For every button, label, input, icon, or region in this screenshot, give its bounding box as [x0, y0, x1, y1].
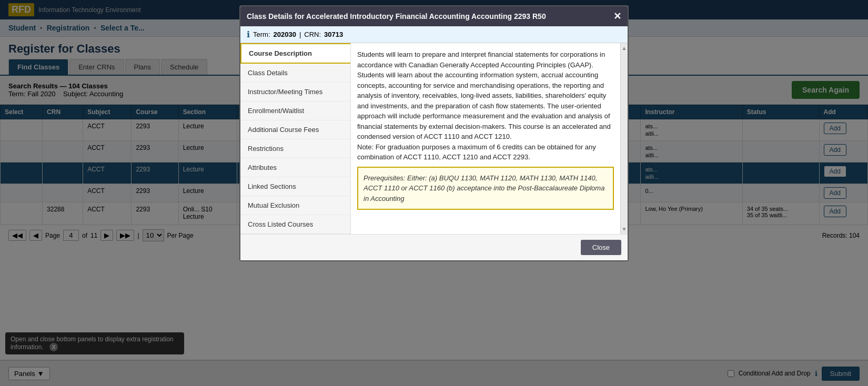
term-label: Term:	[253, 31, 270, 38]
term-value: 202030	[274, 31, 296, 38]
page-background: RFD Information Technology Environment S…	[0, 0, 868, 386]
modal-content-area: Students will learn to prepare and inter…	[351, 43, 620, 234]
modal-close-button[interactable]: ✕	[613, 11, 621, 22]
nav-item-enrollment[interactable]: Enrollment/Waitlist	[240, 101, 350, 120]
nav-item-cross-listed[interactable]: Cross Listed Courses	[240, 215, 350, 234]
nav-item-attributes[interactable]: Attributes	[240, 158, 350, 177]
modal-header: Class Details for Accelerated Introducto…	[240, 6, 628, 26]
course-description-text: Students will learn to prepare and inter…	[357, 49, 614, 162]
modal-nav: Course Description Class Details Instruc…	[240, 43, 351, 234]
modal-info-bar: ℹ Term: 202030 | CRN: 30713	[240, 26, 628, 43]
class-details-modal: Class Details for Accelerated Introducto…	[239, 5, 629, 261]
prerequisites-text: Prerequisites: Either: (a) BUQU 1130, MA…	[364, 174, 604, 202]
prerequisites-box: Prerequisites: Either: (a) BUQU 1130, MA…	[357, 167, 614, 210]
modal-close-footer-button[interactable]: Close	[581, 240, 621, 255]
info-circle-icon: ℹ	[247, 29, 250, 39]
modal-body: Course Description Class Details Instruc…	[240, 43, 628, 234]
nav-item-course-description[interactable]: Course Description	[240, 43, 350, 64]
nav-item-linked-sections[interactable]: Linked Sections	[240, 177, 350, 196]
crn-label: CRN:	[304, 31, 321, 38]
modal-footer: Close	[240, 234, 628, 260]
nav-item-fees[interactable]: Additional Course Fees	[240, 120, 350, 139]
nav-item-class-details[interactable]: Class Details	[240, 64, 350, 83]
modal-overlay: Class Details for Accelerated Introducto…	[0, 0, 868, 386]
nav-item-mutual-exclusion[interactable]: Mutual Exclusion	[240, 196, 350, 215]
scroll-indicator: ▲ ▼	[620, 43, 628, 234]
nav-item-restrictions[interactable]: Restrictions	[240, 139, 350, 158]
nav-item-instructor-meeting[interactable]: Instructor/Meeting Times	[240, 83, 350, 101]
modal-title: Class Details for Accelerated Introducto…	[247, 12, 546, 21]
crn-value: 30713	[324, 31, 343, 38]
